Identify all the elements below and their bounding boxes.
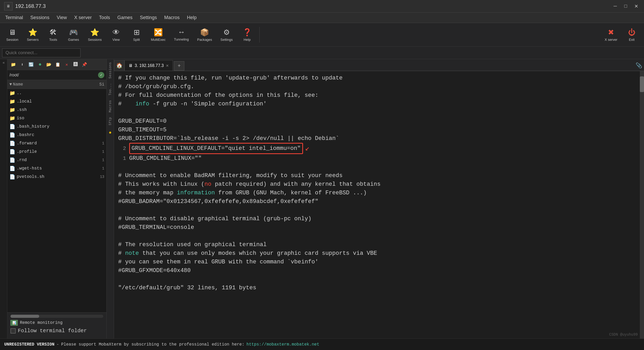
sidebar-btn-pin[interactable]: 📌 [81,61,88,69]
file-item-wget-hsts[interactable]: 📄 .wget-hsts 1 [7,164,106,173]
close-button[interactable]: ✕ [632,3,640,10]
menu-terminal[interactable]: Terminal [2,14,26,21]
menu-help[interactable]: Help [184,14,200,21]
file-item-ssh[interactable]: 📁 .ssh [7,106,106,114]
sidebar-btn-download[interactable]: ⬇ [18,61,26,69]
file-item-name: .rnd [17,158,92,162]
window-controls: ─ □ ✕ [612,3,640,10]
file-item-rnd[interactable]: 📄 .rnd 1 [7,156,106,164]
minimize-button[interactable]: ─ [612,3,619,10]
col-size-header[interactable]: Si [94,82,104,87]
quick-connect-input[interactable] [2,48,81,57]
scrollbar-track[interactable] [10,315,103,318]
toolbar-servers[interactable]: ⭐ Servers [24,26,42,43]
toolbar-sessions-label: Sessions [88,38,102,42]
toolbar-session[interactable]: 🖥 Session [3,26,21,43]
toolbar-games[interactable]: 🎮 Games [64,26,83,43]
folder-icon: 📁 [9,107,15,113]
toolbar-settings[interactable]: ⚙ Settings [217,26,236,43]
terminal-line-6: GRUB_TIMEOUT=5 [118,126,636,134]
terminal-line-12: #GRUB_BADRAM="0x01234567,0xfefefefe,0x89… [118,197,636,206]
sidebar-btn-refresh[interactable]: 🔃 [27,61,35,69]
file-list-header: ▼ Name Si [7,80,106,89]
file-item-iso[interactable]: 📁 iso [7,114,106,122]
file-item-parent[interactable]: 📁 .. [7,89,106,97]
file-item-local[interactable]: 📁 .local [7,97,106,106]
tab-home-button[interactable]: 🏠 [114,60,124,71]
tunneling-icon: ↔ [178,28,185,36]
file-item-pvetools[interactable]: 📄 pvetools.sh 13 [7,173,106,181]
file-item-profile[interactable]: 📄 .profile 1 [7,148,106,156]
file-item-size: 13 [94,175,104,179]
sidebar-btn-copy[interactable]: 📋 [54,61,62,69]
tab-close-button[interactable]: ✕ [166,64,169,68]
terminal-line-blank2 [118,163,636,171]
toolbar-split[interactable]: ⊞ Split [127,26,146,43]
terminal-line-14: #GRUB_TERMINAL=console [118,223,636,232]
file-item-bashrc[interactable]: 📄 .bashrc [7,131,106,139]
xserver-icon: ✖ [608,28,614,37]
maximize-button[interactable]: □ [622,3,629,10]
status-bar: UNREGISTERED VERSION - Please support Mo… [0,338,644,350]
games-icon: 🎮 [69,28,78,37]
toolbar-tools[interactable]: 🛠 Tools [44,26,62,43]
toolbar-xserver[interactable]: ✖ X server [602,26,620,43]
toolbar-packages[interactable]: 📦 Packages [194,26,215,43]
terminal-line-19: "/etc/default/grub" 32 lines, 1191 bytes [118,284,636,292]
toolbar-exit[interactable]: ⏻ Exit [623,26,641,43]
vsidebar-tools[interactable]: Too... [107,81,113,98]
vertical-scrollbar[interactable] [640,71,644,338]
tab-add-button[interactable]: + [174,61,184,71]
terminal-line-16: # note that you can use only modes which… [118,249,636,258]
status-url[interactable]: https://mobaxterm.mobatek.net [247,342,319,347]
terminal-content[interactable]: # If you change this file, run 'update-g… [114,71,640,338]
menu-macros[interactable]: Macros [161,14,183,21]
folder-icon: 📁 [9,115,15,121]
toolbar-help[interactable]: ❓ Help [238,26,256,43]
menu-games[interactable]: Games [114,14,136,21]
terminal-line-15: # The resolution used on graphical termi… [118,240,636,249]
path-input[interactable] [9,73,96,77]
col-name-header[interactable]: ▼ Name [9,82,94,87]
file-item-name: .bash_history [17,124,92,129]
toolbar-sessions[interactable]: ⭐ Sessions [85,26,105,43]
tab-active[interactable]: 🖥 3. 192.168.77.3 ✕ [124,60,173,71]
menu-view[interactable]: View [54,14,70,21]
file-item-name: .ssh [17,108,92,112]
servers-icon: ⭐ [28,28,37,37]
file-icon: 📄 [9,157,15,163]
menu-sessions[interactable]: Sessions [27,14,53,21]
left-tab-collapse[interactable]: « [0,59,7,66]
sidebar-btn-text[interactable]: 🅰 [72,61,79,69]
sidebar-btn-open[interactable]: 📂 [45,61,53,69]
vsidebar-extra[interactable]: ● [108,128,113,137]
file-item-forward[interactable]: 📄 .forward 1 [7,139,106,148]
toolbar-tunneling[interactable]: ↔ Tunneling [171,26,192,43]
sidebar-btn-folder[interactable]: 📁 [9,61,17,69]
path-ok-button[interactable]: ✓ [98,72,104,78]
vsidebar-macros[interactable]: Macros [107,98,113,115]
toolbar-tunneling-label: Tunneling [174,37,189,41]
menu-xserver[interactable]: X server [71,14,95,21]
sidebar-btn-new[interactable]: ● [36,61,44,69]
follow-folder-checkbox[interactable] [10,328,16,334]
tab-attach-button[interactable]: 📎 [634,60,644,71]
file-item-size: 1 [94,158,104,162]
folder-icon: 📁 [9,99,15,104]
terminal-line-blank1 [118,108,636,117]
toolbar-multiexec[interactable]: 🔀 MultiExec [148,26,169,43]
file-icon: 📄 [9,166,15,171]
file-item-bash-history[interactable]: 📄 .bash_history [7,122,106,131]
terminal-line-5: GRUB_DEFAULT=0 [118,117,636,126]
toolbar-view[interactable]: 👁 View [107,26,125,43]
menu-tools[interactable]: Tools [96,14,113,21]
status-message: Please support MobaXterm by subscribing … [61,342,244,347]
tools-icon: 🛠 [49,28,57,37]
toolbar-help-label: Help [244,38,251,42]
split-icon: ⊞ [134,28,140,37]
file-icon: 📄 [9,174,15,180]
menu-settings[interactable]: Settings [137,14,160,21]
vsidebar-sftp[interactable]: Sftp [107,115,113,127]
sidebar-btn-delete[interactable]: ✕ [63,61,71,69]
vsidebar-sessions[interactable]: Sessions [107,60,113,81]
